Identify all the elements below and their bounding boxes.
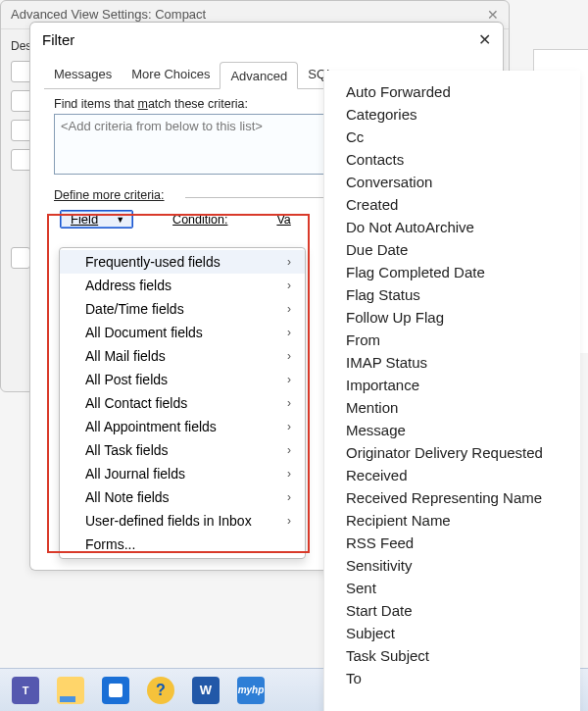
submenu-item[interactable]: Task Subject: [324, 644, 580, 667]
field-menu-item[interactable]: Forms...: [60, 533, 305, 556]
submenu-item[interactable]: Contacts: [324, 148, 580, 171]
field-button-label: Field: [71, 212, 98, 227]
condition-label: Condition:: [172, 213, 227, 227]
field-menu-item-label: All Mail fields: [85, 348, 166, 364]
field-menu-item[interactable]: Frequently-used fields›: [60, 250, 305, 274]
field-menu-item-label: All Appointment fields: [85, 419, 217, 434]
field-menu-item[interactable]: All Mail fields›: [60, 344, 305, 368]
close-icon[interactable]: ✕: [478, 30, 491, 49]
submenu-item[interactable]: Message: [324, 419, 580, 441]
field-menu-item-label: All Post fields: [85, 372, 168, 387]
taskbar-store-icon[interactable]: [102, 677, 129, 704]
submenu-item[interactable]: Received Representing Name: [324, 486, 580, 509]
submenu-item[interactable]: RSS Feed: [324, 532, 580, 554]
submenu-item[interactable]: Sent: [324, 577, 580, 599]
tab-more-choices[interactable]: More Choices: [122, 61, 220, 88]
taskbar-myhp-icon[interactable]: myhp: [237, 677, 265, 704]
chevron-right-icon: ›: [287, 467, 291, 481]
submenu-item[interactable]: Cc: [324, 126, 580, 148]
field-menu-item-label: Address fields: [85, 278, 172, 293]
tab-advanced[interactable]: Advanced: [220, 62, 298, 89]
field-menu-item[interactable]: All Task fields›: [60, 438, 305, 462]
taskbar-file-explorer-icon[interactable]: [57, 677, 84, 704]
field-menu-item[interactable]: Date/Time fields›: [60, 297, 305, 321]
field-menu-item[interactable]: Address fields›: [60, 274, 305, 297]
submenu-item[interactable]: Created: [324, 193, 580, 216]
submenu-item[interactable]: Flag Status: [324, 283, 580, 306]
filter-dialog-title: Filter: [42, 31, 74, 48]
chevron-right-icon: ›: [287, 349, 291, 363]
submenu-item[interactable]: Received: [324, 464, 580, 486]
taskbar-word-icon[interactable]: W: [192, 677, 220, 704]
field-menu-item[interactable]: All Contact fields›: [60, 391, 305, 415]
field-menu-item-label: Date/Time fields: [85, 301, 184, 317]
submenu-item[interactable]: Start Date: [324, 599, 580, 622]
stub-button[interactable]: [11, 247, 30, 269]
taskbar-tips-icon[interactable]: [147, 677, 174, 704]
field-menu-item[interactable]: All Journal fields›: [60, 462, 305, 485]
field-menu-item[interactable]: All Appointment fields›: [60, 415, 305, 438]
chevron-right-icon: ›: [287, 443, 291, 457]
field-menu-item[interactable]: All Note fields›: [60, 485, 305, 509]
submenu-item[interactable]: Follow Up Flag: [324, 306, 580, 329]
chevron-right-icon: ›: [287, 279, 291, 292]
field-menu-item[interactable]: All Document fields›: [60, 321, 305, 344]
chevron-right-icon: ›: [287, 373, 291, 386]
submenu-item[interactable]: Originator Delivery Requested: [324, 441, 580, 464]
submenu-item[interactable]: Sensitivity: [324, 554, 580, 577]
submenu-item[interactable]: Mention: [324, 396, 580, 419]
field-menu-item-label: User-defined fields in Inbox: [85, 513, 252, 529]
submenu-item[interactable]: To: [324, 667, 580, 689]
field-menu-item-label: All Document fields: [85, 325, 203, 340]
field-submenu: Auto ForwardedCategoriesCcContactsConver…: [323, 71, 580, 711]
submenu-item[interactable]: Subject: [324, 622, 580, 644]
submenu-item[interactable]: Importance: [324, 374, 580, 396]
submenu-item[interactable]: Flag Completed Date: [324, 261, 580, 283]
field-menu-item-label: All Contact fields: [85, 395, 187, 411]
field-menu: Frequently-used fields›Address fields›Da…: [59, 247, 306, 559]
submenu-item[interactable]: Due Date: [324, 238, 580, 261]
field-menu-item[interactable]: All Post fields›: [60, 368, 305, 391]
chevron-right-icon: ›: [287, 396, 291, 410]
submenu-item[interactable]: From: [324, 329, 580, 351]
field-menu-item[interactable]: User-defined fields in Inbox›: [60, 509, 305, 533]
close-icon[interactable]: ✕: [487, 7, 499, 23]
chevron-right-icon: ›: [287, 514, 291, 528]
submenu-item[interactable]: Auto Forwarded: [324, 80, 580, 103]
chevron-right-icon: ›: [287, 255, 291, 269]
chevron-right-icon: ›: [287, 326, 291, 339]
field-menu-item-label: Frequently-used fields: [85, 254, 220, 270]
submenu-item[interactable]: Recipient Name: [324, 509, 580, 532]
field-menu-item-label: All Task fields: [85, 442, 169, 458]
field-menu-item-label: Forms...: [85, 536, 135, 552]
chevron-right-icon: ›: [287, 420, 291, 433]
value-label: Va: [276, 213, 290, 227]
chevron-right-icon: ›: [287, 490, 291, 504]
submenu-item[interactable]: Categories: [324, 103, 580, 126]
field-dropdown-button[interactable]: Field ▼: [60, 210, 133, 229]
chevron-down-icon: ▼: [116, 215, 124, 225]
chevron-right-icon: ›: [287, 302, 291, 316]
submenu-item[interactable]: Do Not AutoArchive: [324, 216, 580, 238]
submenu-item[interactable]: IMAP Status: [324, 351, 580, 374]
taskbar-teams-icon[interactable]: T: [12, 677, 39, 704]
tab-messages[interactable]: Messages: [44, 61, 122, 88]
parent-dialog-title: Advanced View Settings: Compact: [11, 7, 206, 23]
submenu-item[interactable]: Conversation: [324, 171, 580, 193]
field-menu-item-label: All Journal fields: [85, 466, 185, 482]
criteria-placeholder: <Add criteria from below to this list>: [61, 119, 263, 133]
field-menu-item-label: All Note fields: [85, 489, 170, 505]
